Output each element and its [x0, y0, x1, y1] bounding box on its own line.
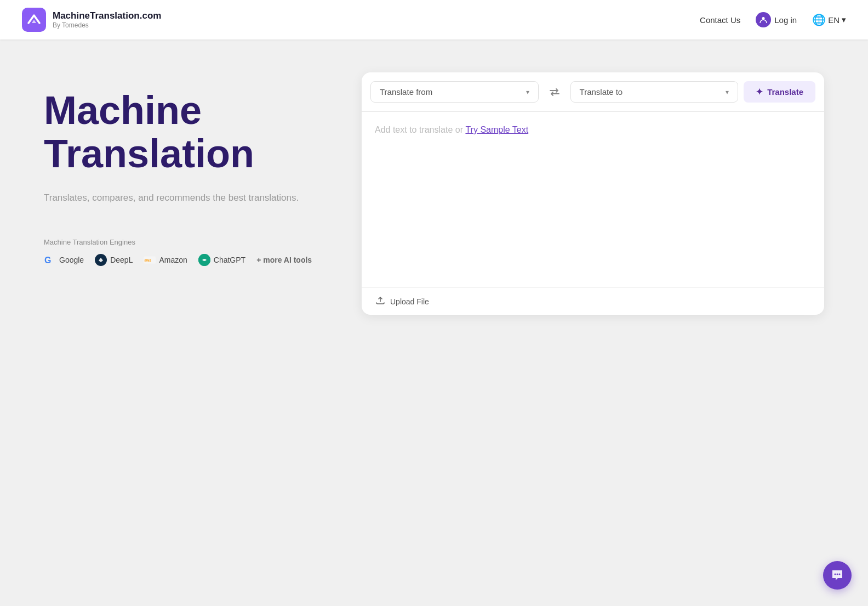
more-tools-label: + more AI tools [256, 256, 312, 264]
sample-text-link[interactable]: Try Sample Text [465, 125, 528, 134]
left-panel: Machine Translation Translates, compares… [44, 72, 329, 266]
hero-subtitle: Translates, compares, and recommends the… [44, 191, 329, 205]
svg-point-9 [839, 574, 841, 575]
deepl-label: DeepL [110, 256, 133, 264]
right-panel: Translate from ▾ Translate to ▾ ✦ [362, 72, 824, 315]
login-label: Log in [774, 15, 797, 25]
engine-google: G Google [44, 254, 84, 266]
engines-label: Machine Translation Engines [44, 238, 329, 246]
header-nav: Contact Us Log in 🌐 EN ▾ [700, 12, 846, 27]
hero-title: Machine Translation [44, 89, 329, 175]
widget-top-bar: Translate from ▾ Translate to ▾ ✦ [362, 72, 824, 112]
translate-from-label: Translate from [380, 87, 432, 97]
chatgpt-icon [198, 254, 210, 266]
translate-from-dropdown[interactable]: Translate from ▾ [370, 81, 539, 103]
svg-text:aws: aws [145, 258, 152, 262]
deepl-icon [95, 254, 107, 266]
engine-chatgpt: ChatGPT [198, 254, 245, 266]
engines-list: G Google DeepL [44, 254, 329, 266]
chevron-down-icon: ▾ [842, 15, 846, 25]
chatgpt-label: ChatGPT [214, 256, 245, 264]
svg-point-7 [835, 574, 836, 575]
swap-languages-button[interactable] [544, 82, 565, 103]
chat-support-button[interactable] [823, 561, 852, 590]
engine-deepl: DeepL [95, 254, 133, 266]
logo-name: MachineTranslation.com [53, 10, 161, 21]
globe-icon: 🌐 [812, 13, 826, 26]
logo-text: MachineTranslation.com By Tomedes [53, 10, 161, 29]
logo-byline: By Tomedes [53, 21, 161, 29]
translate-button-label: Translate [767, 87, 803, 97]
sparkle-icon: ✦ [756, 87, 763, 97]
widget-bottom-bar: Upload File [362, 287, 824, 315]
logo-area: MachineTranslation.com By Tomedes [22, 8, 161, 32]
aws-icon: aws [144, 254, 156, 266]
chevron-down-icon: ▾ [726, 88, 729, 96]
contact-link[interactable]: Contact Us [700, 15, 740, 25]
translate-to-dropdown[interactable]: Translate to ▾ [570, 81, 739, 103]
upload-file-button[interactable]: Upload File [375, 294, 429, 308]
account-icon [756, 12, 771, 27]
translation-widget: Translate from ▾ Translate to ▾ ✦ [362, 72, 824, 315]
logo-icon [22, 8, 46, 32]
language-dropdown-button[interactable]: 🌐 EN ▾ [812, 13, 846, 26]
svg-text:G: G [44, 256, 51, 265]
header: MachineTranslation.com By Tomedes Contac… [0, 0, 868, 39]
login-button[interactable]: Log in [756, 12, 797, 27]
google-label: Google [59, 256, 84, 264]
amazon-label: Amazon [159, 256, 187, 264]
engine-amazon: aws Amazon [144, 254, 187, 266]
language-label: EN [828, 15, 840, 25]
chevron-down-icon: ▾ [526, 88, 529, 96]
translate-button[interactable]: ✦ Translate [744, 81, 815, 103]
translate-to-label: Translate to [580, 87, 623, 97]
main-content: Machine Translation Translates, compares… [0, 39, 868, 348]
svg-point-8 [837, 574, 838, 575]
upload-icon [375, 294, 386, 308]
translate-placeholder: Add text to translate or [375, 125, 463, 134]
widget-body[interactable]: Add text to translate or Try Sample Text [362, 112, 824, 287]
google-icon: G [44, 254, 56, 266]
upload-file-label: Upload File [390, 297, 429, 306]
